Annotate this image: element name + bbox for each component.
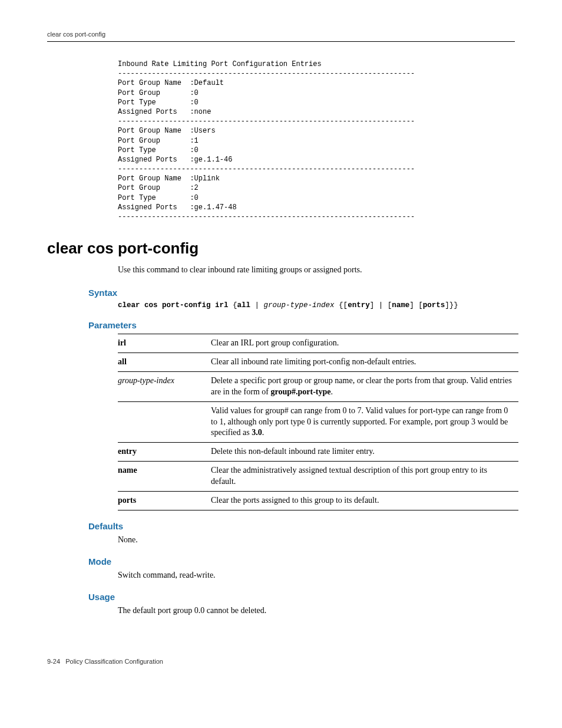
cli-output-block: Inbound Rate Limiting Port Configuration… bbox=[118, 60, 515, 222]
param-desc: Delete a specific port group or group na… bbox=[211, 371, 518, 401]
syntax-heading: Syntax bbox=[88, 288, 515, 298]
param-name: all bbox=[118, 353, 211, 371]
defaults-text: None. bbox=[118, 535, 515, 546]
param-desc: Clear all inbound rate limiting port-con… bbox=[211, 353, 518, 371]
table-row: all Clear all inbound rate limiting port… bbox=[118, 353, 518, 371]
syntax-group-type-index: group-type-index bbox=[264, 301, 335, 309]
section-intro: Use this command to clear inbound rate l… bbox=[118, 265, 515, 276]
param-desc: Valid values for group# can range from 0… bbox=[211, 401, 518, 443]
param-desc: Clear the administratively assigned text… bbox=[211, 462, 518, 492]
running-title: clear cos port-config bbox=[47, 31, 105, 38]
param-name: group-type-index bbox=[118, 371, 211, 401]
usage-heading: Usage bbox=[88, 592, 515, 602]
param-desc: Delete this non-default inbound rate lim… bbox=[211, 443, 518, 462]
syntax-all: all bbox=[237, 301, 251, 309]
table-row: ports Clear the ports assigned to this g… bbox=[118, 491, 518, 510]
param-name: name bbox=[118, 462, 211, 492]
syntax-entry: entry bbox=[348, 301, 370, 309]
param-name: entry bbox=[118, 443, 211, 462]
param-desc: Clear an IRL port group configuration. bbox=[211, 334, 518, 353]
table-row: entry Delete this non-default inbound ra… bbox=[118, 443, 518, 462]
syntax-name: name bbox=[392, 301, 409, 309]
defaults-heading: Defaults bbox=[88, 521, 515, 531]
page-header: clear cos port-config bbox=[47, 29, 515, 42]
table-row: irl Clear an IRL port group configuratio… bbox=[118, 334, 518, 353]
mode-heading: Mode bbox=[88, 556, 515, 566]
syntax-ports: ports bbox=[423, 301, 445, 309]
param-name: irl bbox=[118, 334, 211, 353]
parameters-heading: Parameters bbox=[88, 320, 515, 330]
usage-text: The default port group 0.0 cannot be del… bbox=[118, 605, 515, 617]
parameters-table: irl Clear an IRL port group configuratio… bbox=[118, 334, 518, 510]
param-desc: Clear the ports assigned to this group t… bbox=[211, 491, 518, 510]
syntax-line: clear cos port-config irl {all | group-t… bbox=[118, 301, 515, 309]
section-title: clear cos port-config bbox=[47, 239, 515, 258]
page-number: 9-24 bbox=[47, 658, 60, 665]
mode-text: Switch command, read-write. bbox=[118, 570, 515, 581]
table-row: name Clear the administratively assigned… bbox=[118, 462, 518, 492]
param-name-empty bbox=[118, 401, 211, 443]
table-row: Valid values for group# can range from 0… bbox=[118, 401, 518, 443]
syntax-cmd: clear cos port-config irl bbox=[118, 301, 229, 309]
page-footer: 9-24 Policy Classification Configuration bbox=[47, 658, 515, 665]
footer-label: Policy Classification Configuration bbox=[65, 658, 163, 665]
param-name: ports bbox=[118, 491, 211, 510]
table-row: group-type-index Delete a specific port … bbox=[118, 371, 518, 401]
